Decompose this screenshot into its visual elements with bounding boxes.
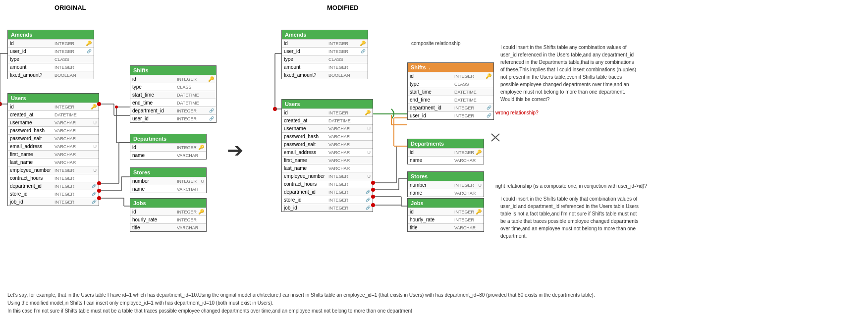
mod-users-row-created: created_atDATETIME <box>282 116 373 124</box>
mod-jobs-row-title: titleVARCHAR <box>408 223 484 231</box>
svg-point-26 <box>273 107 277 111</box>
orig-users-row-pwsalt: password_saltVARCHAR <box>8 134 99 142</box>
orig-jobs-table: Jobs idINTEGER🔑 hourly_rateINTEGER title… <box>130 198 207 232</box>
orig-departments-table: Departments idINTEGER🔑 nameVARCHAR <box>130 134 207 160</box>
mod-users-row-chours: contract_hoursINTEGER <box>282 180 373 188</box>
orig-users-row-email: email_addressVARCHARU <box>8 142 99 150</box>
mod-users-table: Users idINTEGER🔑 created_atDATETIME user… <box>281 99 373 212</box>
orig-stores-table: Stores numberINTEGERU nameVARCHAR <box>130 167 207 193</box>
composite-label: composite relationship <box>411 41 461 46</box>
mod-stores-table: Stores numberINTEGERU nameVARCHAR <box>407 171 484 197</box>
orig-users-header: Users <box>8 94 99 103</box>
orig-shifts-table: Shifts idINTEGER🔑 typeCLASS start_timeDA… <box>130 65 217 123</box>
comment-box-1: I could insert in the Shifts table any c… <box>500 44 639 103</box>
orig-users-row-empnum: employee_numberINTEGERU <box>8 166 99 174</box>
mod-amends-row-userid: user_idINTEGER🔗 <box>282 47 368 55</box>
svg-point-23 <box>115 106 118 108</box>
orig-shifts-header: Shifts <box>130 66 216 75</box>
bottom-text: Let's say, for example, that in the User… <box>7 291 861 315</box>
mod-amends-row-type: typeCLASS <box>282 55 368 63</box>
orig-stores-row-name: nameVARCHAR <box>130 185 206 193</box>
mod-stores-header: Stores <box>408 172 484 181</box>
orig-users-table: Users idINTEGER🔑 created_atDATETIME user… <box>7 93 99 206</box>
mod-amends-table: Amends idINTEGER🔑 user_idINTEGER🔗 typeCL… <box>281 30 368 79</box>
mod-shifts-row-deptid: department_idINTEGER🔗 <box>408 104 493 111</box>
comment-box-2: I could insert in the Shifts table only … <box>500 195 639 240</box>
orig-departments-row-id: idINTEGER🔑 <box>130 143 206 151</box>
mod-jobs-table: Jobs idINTEGER🔑 hourly_rateINTEGER title… <box>407 198 484 232</box>
main-container: ORIGINAL MODIFIED Amends idINTEGER🔑 user… <box>0 0 868 319</box>
orig-users-row-chours: contract_hoursINTEGER <box>8 174 99 182</box>
orig-users-row-created: created_atDATETIME <box>8 110 99 118</box>
mod-amends-row-id: idINTEGER🔑 <box>282 39 368 47</box>
mod-users-row-lname: last_nameVARCHAR <box>282 164 373 172</box>
orig-departments-row-name: nameVARCHAR <box>130 151 206 159</box>
orig-stores-header: Stores <box>130 168 206 177</box>
mod-users-row-email: email_addressVARCHARU <box>282 148 373 156</box>
orig-users-row-fname: first_nameVARCHAR <box>8 150 99 158</box>
orig-users-row-storeid: store_idINTEGER🔗 <box>8 190 99 198</box>
mod-shifts-header: Shifts . <box>408 63 493 72</box>
mod-users-row-username: usernameVARCHARU <box>282 124 373 132</box>
mod-users-row-pwsalt: password_saltVARCHAR <box>282 140 373 148</box>
orig-jobs-header: Jobs <box>130 199 206 208</box>
svg-point-2 <box>0 102 2 106</box>
wrong-label: wrong relationship? <box>495 110 539 115</box>
orig-shifts-row-type: typeCLASS <box>130 83 216 91</box>
mod-users-row-pwhash: password_hashVARCHAR <box>282 132 373 140</box>
mod-shifts-row-userid: user_idINTEGER🔗 <box>408 111 493 119</box>
orig-amends-header: Amends <box>8 30 94 39</box>
mod-users-row-deptid: department_idINTEGER🔗 <box>282 188 373 196</box>
orig-users-row-lname: last_nameVARCHAR <box>8 158 99 166</box>
mod-stores-row-number: numberINTEGERU <box>408 181 484 189</box>
orig-shifts-row-start: start_timeDATETIME <box>130 91 216 99</box>
transform-arrow: ➔ <box>227 139 244 161</box>
mod-departments-row-name: nameVARCHAR <box>408 156 484 164</box>
orig-amends-row-fixed: fixed_amount?BOOLEAN <box>8 71 94 79</box>
mod-departments-header: Departments <box>408 139 484 148</box>
mod-users-header: Users <box>282 100 373 108</box>
mod-shifts-table: Shifts . idINTEGER🔑 typeCLASS start_time… <box>407 62 494 120</box>
orig-users-row-pwhash: password_hashVARCHAR <box>8 126 99 134</box>
orig-jobs-row-title: titleVARCHAR <box>130 223 206 231</box>
mod-users-row-fname: first_nameVARCHAR <box>282 156 373 164</box>
mod-departments-row-id: idINTEGER🔑 <box>408 148 484 156</box>
mod-departments-table: Departments idINTEGER🔑 nameVARCHAR <box>407 139 484 164</box>
orig-shifts-row-id: idINTEGER🔑 <box>130 75 216 83</box>
orig-amends-row-id: idINTEGER🔑 <box>8 39 94 47</box>
orig-shifts-row-deptid: department_idINTEGER🔗 <box>130 106 216 114</box>
orig-amends-row-amount: amountINTEGER <box>8 63 94 71</box>
orig-departments-header: Departments <box>130 134 206 143</box>
mod-amends-header: Amends <box>282 30 368 39</box>
mod-users-row-empnum: employee_numberINTEGERU <box>282 172 373 180</box>
mod-shifts-row-start: start_timeDATETIME <box>408 88 493 96</box>
orig-stores-row-number: numberINTEGERU <box>130 177 206 185</box>
mod-jobs-row-id: idINTEGER🔑 <box>408 208 484 215</box>
mod-users-row-id: idINTEGER🔑 <box>282 108 373 116</box>
mod-users-row-jobid: job_idINTEGER🔗 <box>282 204 373 212</box>
svg-line-48 <box>491 134 499 141</box>
orig-shifts-row-end: end_timeDATETIME <box>130 99 216 106</box>
orig-amends-table: Amends idINTEGER🔑 user_idINTEGER🔗 typeCL… <box>7 30 94 79</box>
orig-jobs-row-id: idINTEGER🔑 <box>130 208 206 215</box>
right-label: right relationship (is a composite one, … <box>495 183 647 189</box>
mod-amends-row-fixed: fixed_amount?BOOLEAN <box>282 71 368 79</box>
mod-stores-row-name: nameVARCHAR <box>408 189 484 197</box>
orig-users-row-id: idINTEGER🔑 <box>8 103 99 110</box>
svg-line-47 <box>491 134 499 141</box>
mod-shifts-row-id: idINTEGER🔑 <box>408 72 493 80</box>
mod-amends-row-amount: amountINTEGER <box>282 63 368 71</box>
mod-shifts-row-type: typeCLASS <box>408 80 493 88</box>
orig-amends-row-type: typeCLASS <box>8 55 94 63</box>
mod-jobs-row-rate: hourly_rateINTEGER <box>408 215 484 223</box>
orig-shifts-row-userid: user_idINTEGER🔗 <box>130 114 216 122</box>
orig-users-row-username: usernameVARCHARU <box>8 118 99 126</box>
orig-users-row-deptid: department_idINTEGER🔗 <box>8 182 99 190</box>
title-modified: MODIFIED <box>327 4 359 11</box>
orig-jobs-row-rate: hourly_rateINTEGER <box>130 215 206 223</box>
mod-jobs-header: Jobs <box>408 199 484 208</box>
mod-users-row-storeid: store_idINTEGER🔗 <box>282 196 373 204</box>
orig-amends-row-userid: user_idINTEGER🔗 <box>8 47 94 55</box>
title-original: ORIGINAL <box>54 4 86 11</box>
orig-users-row-jobid: job_idINTEGER🔗 <box>8 198 99 206</box>
